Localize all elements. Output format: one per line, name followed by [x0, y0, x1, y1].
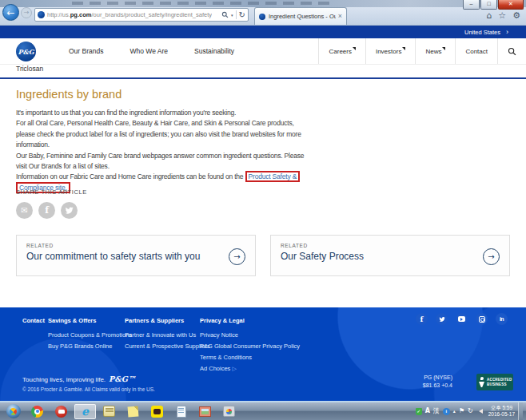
taskbar-sticky-notes[interactable] [122, 404, 144, 419]
forward-button[interactable]: → [21, 7, 32, 18]
share-twitter-button[interactable] [61, 202, 78, 219]
footer-link[interactable]: Privacy Notice [200, 331, 300, 339]
footer-link[interactable]: Product Coupons & Promotions [48, 331, 132, 339]
pg-logo[interactable]: P&G [16, 42, 36, 61]
instagram-icon [479, 316, 485, 323]
volume-icon[interactable] [476, 409, 483, 414]
facebook-button[interactable]: f [416, 313, 428, 325]
update-info-icon[interactable]: i [443, 408, 450, 415]
minimize-button[interactable]: – [463, 0, 480, 10]
footer-tagline: Touching lives, improving life.P&G™ [22, 374, 135, 383]
sync-icon[interactable]: ↻ [468, 408, 473, 414]
footer-link[interactable]: Current & Prospective Suppliers [125, 343, 210, 350]
nav-item-investors[interactable]: Investors [365, 38, 415, 64]
ime-language-indicator[interactable]: A [425, 408, 430, 414]
footer-header[interactable]: Partners & Suppliers [125, 317, 210, 324]
share-section: SHARE THIS ARTICLE ✉ f [16, 188, 87, 219]
article-content: Ingredients by brand It's important to u… [16, 88, 305, 193]
refresh-icon[interactable]: ↻ [239, 10, 245, 19]
nav-search-button[interactable] [497, 38, 526, 64]
footer-link[interactable]: Partner & Innovate with Us [125, 331, 210, 339]
taskbar-organizer-app[interactable] [98, 404, 120, 419]
twitter-button[interactable] [436, 313, 448, 325]
favorites-star-icon[interactable]: ☆ [498, 10, 506, 22]
region-selector[interactable]: United States [464, 29, 500, 36]
settings-gear-icon[interactable]: ⚙ [512, 10, 520, 22]
bbb-accredited-badge[interactable]: ACCREDITEDBUSINESS [476, 374, 513, 390]
divider [236, 10, 237, 19]
ime-hanja-indicator[interactable]: 漢 [433, 408, 440, 414]
tab-close-icon[interactable]: × [338, 13, 342, 20]
related-title: Our commitment to safety starts with you [26, 251, 245, 262]
footer-col-privacy: Privacy & Legal Privacy Notice P&G Globa… [200, 317, 300, 376]
footer-link[interactable]: Buy P&G Brands Online [48, 343, 132, 350]
share-email-button[interactable]: ✉ [16, 202, 33, 219]
related-card-commitment[interactable]: RELATED Our commitment to safety starts … [16, 235, 256, 276]
red-app-icon [55, 406, 67, 418]
youtube-button[interactable] [456, 313, 468, 325]
related-label: RELATED [281, 243, 500, 248]
related-title: Our Safety Process [281, 251, 500, 262]
maximize-button[interactable]: □ [480, 0, 497, 10]
taskbar-clock[interactable]: 오후 5:592016-05-17 [488, 405, 515, 418]
linkedin-button[interactable]: in [496, 313, 508, 325]
taskbar-internet-explorer[interactable]: e [74, 404, 96, 419]
footer-col-contact: Contact [22, 317, 45, 331]
home-icon[interactable]: ⌂ [486, 10, 492, 22]
stock-ticker: PG (NYSE) $81.63 +0.4 [423, 374, 452, 390]
arrow-right-icon[interactable]: → [229, 248, 245, 265]
facebook-icon: f [420, 315, 424, 323]
nav-item-news[interactable]: News [415, 38, 455, 64]
nav-item-sustainability[interactable]: Sustainability [194, 47, 234, 55]
taskbar-image-viewer[interactable] [194, 404, 216, 419]
chrome-icon [31, 406, 43, 418]
pg-wordmark: P&G™ [109, 374, 135, 383]
footer-header[interactable]: Privacy & Legal [200, 317, 300, 324]
taskbar-notepad[interactable] [170, 404, 192, 419]
address-bar[interactable]: http://us.pg.com/our_brands/product_safe… [34, 8, 249, 22]
taskbar-paint-app[interactable] [218, 404, 240, 419]
footer-link[interactable]: Terms & Conditions [200, 354, 300, 361]
window-controls: – □ ✕ [463, 0, 524, 10]
show-hidden-icons-arrow[interactable]: ▴ [453, 409, 456, 414]
twitter-icon [439, 316, 445, 323]
nav-item-contact[interactable]: Contact [455, 38, 497, 64]
external-link-icon [353, 47, 356, 50]
security-shield-icon[interactable]: ✓ [416, 408, 422, 415]
related-card-safety-process[interactable]: RELATED Our Safety Process → [270, 235, 510, 276]
external-link-icon [402, 47, 405, 50]
background-window-title [72, 2, 336, 5]
search-dropdown-caret-icon[interactable]: ▾ [231, 13, 233, 18]
instagram-button[interactable] [476, 313, 488, 325]
arrow-right-icon[interactable]: → [483, 248, 500, 265]
region-band: United States › [0, 26, 526, 38]
search-icon[interactable] [221, 11, 229, 18]
footer-link-ad-choices[interactable]: Ad Choices ▷ [200, 365, 300, 372]
main-navbar: P&G Our Brands Who We Are Sustainability… [0, 38, 526, 65]
screen: – □ ✕ ← → http://us.pg.com/our_brands/pr… [0, 0, 526, 420]
footer-header[interactable]: Savings & Offers [48, 317, 132, 324]
show-desktop-button[interactable] [518, 402, 523, 420]
close-window-button[interactable]: ✕ [498, 0, 524, 10]
action-center-flag-icon[interactable]: ⚑ [459, 408, 464, 414]
footer-col-savings: Savings & Offers Product Coupons & Promo… [48, 317, 132, 354]
taskbar-media-app[interactable] [50, 404, 72, 419]
taskbar-chrome[interactable] [26, 404, 48, 419]
nav-item-who-we-are[interactable]: Who We Are [130, 47, 168, 55]
linkedin-icon: in [500, 316, 504, 322]
back-button[interactable]: ← [2, 4, 19, 21]
browser-tab[interactable]: Ingredient Questions - Our... × [254, 7, 347, 25]
start-button[interactable] [2, 404, 24, 419]
footer-link-contact[interactable]: Contact [22, 317, 45, 324]
share-facebook-button[interactable]: f [38, 202, 55, 219]
related-section: RELATED Our commitment to safety starts … [16, 235, 510, 276]
product-safety-link-part1[interactable]: Product Safety & [245, 171, 301, 182]
nav-item-our-brands[interactable]: Our Brands [69, 47, 103, 55]
footer-link[interactable]: P&G Global Consumer Privacy Policy [200, 343, 300, 350]
chevron-right-icon[interactable]: › [506, 29, 508, 36]
notepad-icon [177, 406, 186, 418]
image-viewer-icon [199, 406, 211, 417]
taskbar-kakaotalk[interactable] [146, 404, 168, 419]
nav-item-careers[interactable]: Careers [318, 38, 365, 64]
sticky-notes-icon [128, 406, 139, 417]
